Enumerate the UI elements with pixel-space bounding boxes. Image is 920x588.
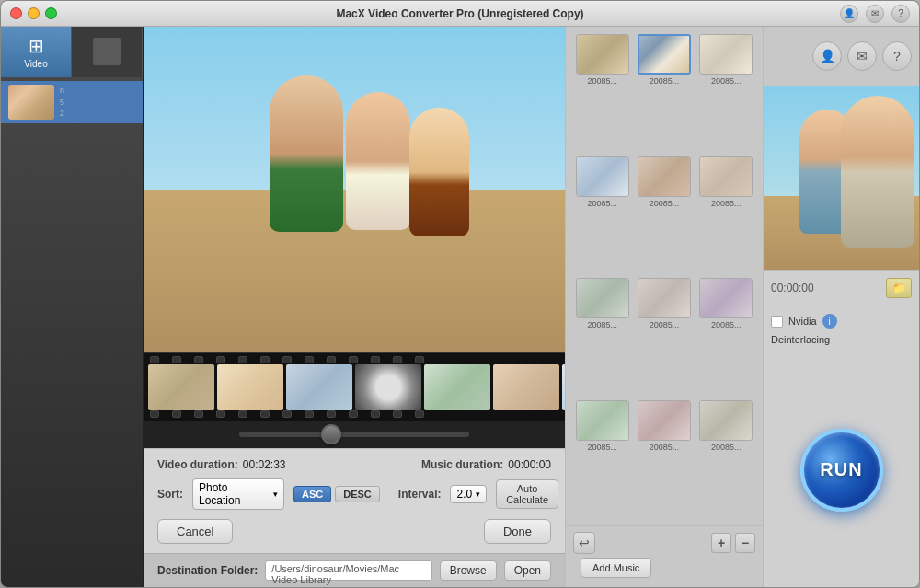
thumb-image-2	[638, 34, 691, 75]
destination-bar: Destination Folder: /Users/dinosaur/Movi…	[144, 553, 565, 587]
back-button[interactable]: ↩	[573, 532, 595, 554]
family-photo	[144, 27, 565, 352]
hole	[371, 356, 380, 363]
open-button[interactable]: Open	[504, 560, 551, 581]
thumb-label-6: 20085...	[697, 199, 755, 208]
film-frame[interactable]	[286, 364, 352, 410]
cancel-button[interactable]: Cancel	[157, 519, 233, 544]
video-duration-value: 00:02:33	[243, 458, 286, 471]
hole	[194, 410, 203, 418]
deinterlacing-setting-row: Deinterlacing	[771, 334, 912, 345]
help-settings-icon[interactable]: ?	[882, 41, 912, 71]
sidebar-list: n 5 2	[1, 77, 143, 587]
help-icon[interactable]: ?	[891, 5, 910, 23]
mail-settings-icon[interactable]: ✉	[847, 41, 877, 71]
person-2	[346, 92, 410, 230]
destination-label: Destination Folder:	[157, 564, 258, 577]
hole	[393, 410, 402, 418]
thumb-label-2: 20085...	[635, 76, 693, 86]
window-controls	[10, 7, 57, 19]
thumb-cell-12[interactable]: 20085...	[697, 400, 755, 519]
thumb-cell-8[interactable]: 20085...	[635, 278, 693, 397]
film-frame[interactable]	[148, 364, 214, 410]
nvidia-info-icon[interactable]: i	[822, 314, 837, 329]
sort-interval-row: Sort: Photo Location ▾ ASC DESC Interval…	[157, 478, 551, 510]
thumb-label-9: 20085...	[697, 320, 755, 329]
thumb-cell-4[interactable]: 20085...	[573, 156, 631, 275]
music-duration-value: 00:00:00	[508, 458, 551, 471]
video-image	[144, 27, 565, 352]
film-frame[interactable]	[424, 364, 490, 410]
film-frame[interactable]	[562, 364, 565, 410]
music-duration-info: Music duration: 00:00:00	[421, 458, 551, 471]
close-button[interactable]	[10, 7, 22, 19]
thumb-image-5	[638, 156, 691, 197]
thumb-cell-9[interactable]: 20085...	[697, 278, 755, 397]
thumb-image-11	[638, 400, 691, 441]
thumb-label-8: 20085...	[635, 320, 693, 329]
minimize-button[interactable]	[28, 7, 40, 19]
thumb-cell-5[interactable]: 20085...	[635, 156, 693, 275]
sort-asc-button[interactable]: ASC	[293, 486, 331, 502]
add-music-button[interactable]: Add Music	[581, 558, 651, 578]
thumb-cell-3[interactable]: 20085...	[697, 34, 755, 153]
sort-desc-button[interactable]: DESC	[335, 486, 380, 502]
browse-button[interactable]: Browse	[440, 560, 497, 581]
sort-value: Photo Location	[199, 481, 270, 507]
person-settings-icon[interactable]: 👤	[812, 41, 842, 71]
thumb-label-10: 20085...	[573, 443, 631, 452]
filmstrip	[144, 352, 565, 421]
interval-dropdown[interactable]: 2.0 ▾	[450, 485, 487, 503]
maximize-button[interactable]	[45, 7, 57, 19]
mail-icon[interactable]: ✉	[866, 5, 884, 23]
nvidia-checkbox[interactable]	[771, 316, 783, 328]
thumb-cell-6[interactable]: 20085...	[697, 156, 755, 275]
titlebar-actions: 👤 ✉ ?	[840, 5, 910, 23]
thumb-image-9	[699, 278, 753, 318]
thumb-label-3: 20085...	[697, 76, 755, 86]
thumb-cell-11[interactable]: 20085...	[635, 400, 693, 519]
folder-icon[interactable]: 📁	[886, 278, 912, 298]
film-frame-image	[493, 364, 559, 410]
person-icon[interactable]: 👤	[840, 5, 858, 23]
thumb-img-inner	[577, 279, 628, 317]
film-frame[interactable]	[493, 364, 559, 410]
destination-path[interactable]: /Users/dinosaur/Movies/Mac Video Library	[265, 560, 431, 581]
add-button[interactable]: +	[711, 533, 731, 553]
hole	[349, 410, 358, 418]
nvidia-setting-row: Nvidia i	[771, 314, 912, 329]
thumb-img-inner	[700, 35, 752, 74]
thumb-cell-1[interactable]: 20085...	[573, 34, 631, 153]
playback-thumb[interactable]	[321, 424, 341, 444]
done-button[interactable]: Done	[484, 519, 551, 544]
run-button[interactable]: RUN	[800, 429, 883, 512]
sort-dropdown[interactable]: Photo Location ▾	[192, 478, 284, 510]
hole	[260, 410, 270, 418]
chevron-down-icon: ▾	[476, 490, 480, 499]
filmstrip-holes-bottom	[144, 410, 565, 418]
duration-info-row: Video duration: 00:02:33 Music duration:…	[157, 458, 551, 471]
hole	[216, 356, 225, 363]
large-preview	[764, 86, 919, 271]
deinterlacing-label: Deinterlacing	[771, 334, 830, 345]
thumb-cell-2[interactable]: 20085...	[635, 34, 693, 153]
auto-calculate-button[interactable]: Auto Calculate	[496, 479, 558, 509]
time-display: 00:00:00	[771, 282, 814, 294]
film-frame[interactable]	[217, 364, 283, 410]
sidebar-tab-video[interactable]: ⊞ Video	[1, 27, 72, 77]
playback-slider[interactable]	[239, 432, 469, 437]
thumb-cell-10[interactable]: 20085...	[573, 400, 631, 519]
video-tab-icon: ⊞	[29, 35, 44, 57]
hole	[305, 356, 314, 363]
film-frame[interactable]	[355, 364, 421, 410]
controls-panel: Video duration: 00:02:33 Music duration:…	[144, 448, 565, 553]
hole	[393, 356, 402, 363]
playback-bar	[144, 421, 565, 448]
remove-button[interactable]: −	[735, 533, 755, 553]
film-frame-image	[286, 364, 352, 410]
sidebar-tab-other[interactable]	[72, 27, 143, 77]
hole	[172, 410, 181, 418]
nvidia-label: Nvidia	[788, 316, 817, 327]
sidebar-item-0[interactable]: n 5 2	[1, 81, 143, 123]
thumb-cell-7[interactable]: 20085...	[573, 278, 631, 397]
